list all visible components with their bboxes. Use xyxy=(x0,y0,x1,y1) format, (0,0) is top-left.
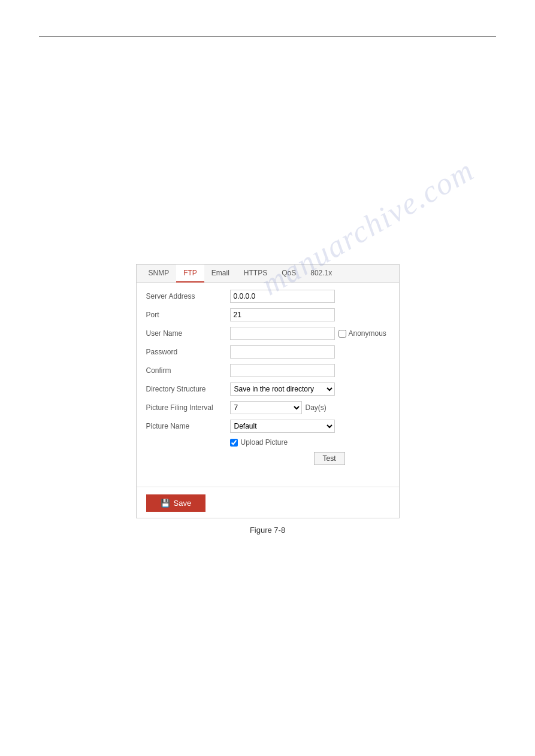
confirm-input[interactable] xyxy=(230,364,335,377)
anonymous-label: Anonymous xyxy=(349,329,386,338)
tab-email[interactable]: Email xyxy=(204,265,237,283)
anonymous-checkbox[interactable] xyxy=(338,330,346,338)
port-row: Port xyxy=(146,308,389,321)
tab-bar: SNMP FTP Email HTTPS QoS 802.1x xyxy=(137,265,399,283)
picture-interval-label: Picture Filing Interval xyxy=(146,403,230,412)
confirm-label: Confirm xyxy=(146,366,230,375)
password-input[interactable] xyxy=(230,345,335,359)
tab-snmp[interactable]: SNMP xyxy=(141,265,177,283)
upload-label: Upload Picture xyxy=(241,438,288,447)
password-row: Password xyxy=(146,345,389,359)
picture-name-label: Picture Name xyxy=(146,422,230,430)
form-body: Server Address Port User Name Anonymous xyxy=(137,283,399,487)
save-icon: 💾 xyxy=(161,499,170,508)
tab-8021x[interactable]: 802.1x xyxy=(303,265,339,283)
top-rule xyxy=(39,36,496,37)
password-label: Password xyxy=(146,348,230,356)
upload-row: Upload Picture xyxy=(230,438,389,447)
anonymous-checkbox-label[interactable]: Anonymous xyxy=(338,329,386,338)
tab-https[interactable]: HTTPS xyxy=(237,265,274,283)
figure-caption: Figure 7-8 xyxy=(250,526,285,535)
picture-name-select[interactable]: Default Custom xyxy=(230,420,335,433)
server-address-label: Server Address xyxy=(146,292,230,300)
days-label: Day(s) xyxy=(306,403,327,412)
save-button[interactable]: 💾 Save xyxy=(146,494,206,512)
picture-name-row: Picture Name Default Custom xyxy=(146,420,389,433)
upload-checkbox[interactable] xyxy=(230,439,238,447)
test-button[interactable]: Test xyxy=(314,452,345,465)
username-row: User Name Anonymous xyxy=(146,327,389,340)
figure-area: SNMP FTP Email HTTPS QoS 802.1x Server A… xyxy=(39,264,496,535)
username-input[interactable] xyxy=(230,327,335,340)
directory-select[interactable]: Save in the root directory Custom xyxy=(230,382,335,396)
picture-interval-row: Picture Filing Interval 7 1 3 14 Day(s) xyxy=(146,401,389,414)
confirm-row: Confirm xyxy=(146,364,389,377)
test-row: Test xyxy=(230,452,389,471)
save-label: Save xyxy=(174,499,192,508)
tab-ftp[interactable]: FTP xyxy=(176,265,204,283)
save-row: 💾 Save xyxy=(137,487,399,518)
ui-panel: SNMP FTP Email HTTPS QoS 802.1x Server A… xyxy=(136,264,400,518)
server-address-row: Server Address xyxy=(146,290,389,303)
upload-checkbox-label[interactable]: Upload Picture xyxy=(230,438,288,447)
port-input[interactable] xyxy=(230,308,335,321)
directory-row: Directory Structure Save in the root dir… xyxy=(146,382,389,396)
tab-qos[interactable]: QoS xyxy=(274,265,303,283)
server-address-input[interactable] xyxy=(230,290,335,303)
directory-label: Directory Structure xyxy=(146,385,230,393)
port-label: Port xyxy=(146,311,230,319)
picture-interval-select[interactable]: 7 1 3 14 xyxy=(230,401,302,414)
username-label: User Name xyxy=(146,329,230,338)
page-container: manuarchive.com SNMP FTP Email HTTPS QoS… xyxy=(0,0,535,756)
